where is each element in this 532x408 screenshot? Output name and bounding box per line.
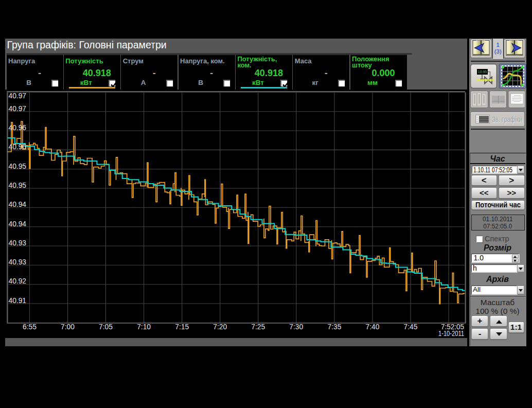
svg-text:7:20: 7:20 (213, 323, 227, 331)
svg-text:7:05: 7:05 (99, 323, 113, 331)
svg-text:6:55: 6:55 (23, 323, 37, 331)
svg-text:7:00: 7:00 (61, 323, 75, 331)
svg-text:40.95: 40.95 (9, 182, 27, 189)
svg-text:7:45: 7:45 (404, 323, 418, 331)
svg-text:40.93: 40.93 (9, 239, 27, 247)
svg-text:40.96: 40.96 (9, 143, 27, 151)
svg-text:7:30: 7:30 (289, 323, 303, 331)
svg-text:7:35: 7:35 (327, 323, 341, 331)
svg-text:40.95: 40.95 (9, 163, 27, 170)
svg-text:40.91: 40.91 (9, 297, 27, 305)
svg-text:7:15: 7:15 (175, 323, 189, 331)
svg-text:40.94: 40.94 (9, 201, 27, 208)
svg-text:40.94: 40.94 (9, 220, 27, 228)
svg-text:1-10-2011: 1-10-2011 (438, 330, 464, 338)
svg-text:7:40: 7:40 (366, 323, 380, 331)
svg-text:7:10: 7:10 (137, 323, 151, 331)
svg-text:7:25: 7:25 (251, 323, 265, 331)
svg-text:40.97: 40.97 (9, 92, 27, 100)
svg-text:40.97: 40.97 (9, 105, 27, 113)
svg-text:40.96: 40.96 (9, 124, 27, 132)
svg-text:40.92: 40.92 (9, 277, 27, 285)
svg-text:10.95: 10.95 (478, 70, 487, 74)
svg-text:40.93: 40.93 (9, 258, 27, 266)
